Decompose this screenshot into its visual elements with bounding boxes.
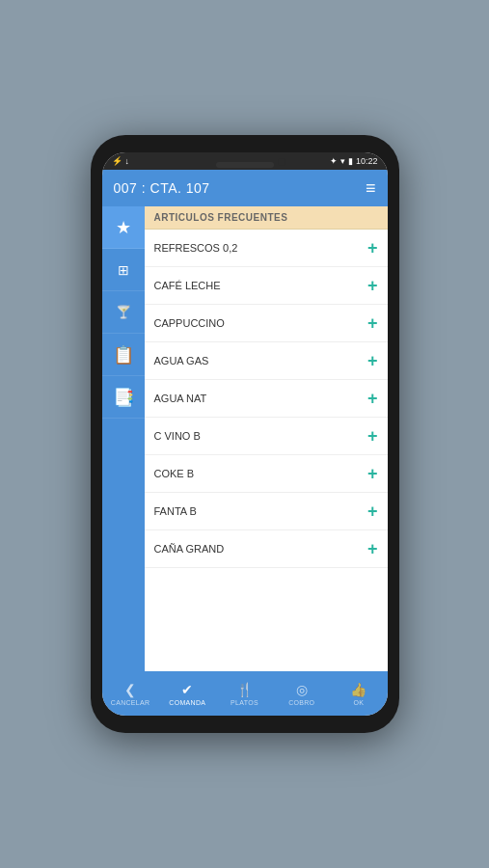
cocktail-icon: 🍸 <box>116 305 131 319</box>
nav-ok-label: OK <box>354 699 365 706</box>
sidebar-item-clipboard[interactable]: 📋 <box>102 334 145 376</box>
list-item: FANTA B + <box>145 493 388 530</box>
orders-icon: 📑 <box>113 387 134 408</box>
status-left-icons: ⚡ ↓ <box>112 156 130 166</box>
list-item: CAÑA GRAND + <box>145 530 388 568</box>
sidebar-item-categories[interactable]: ⊞ <box>102 249 145 291</box>
sidebar-item-favorites[interactable]: ★ <box>102 206 145 249</box>
add-button-cana-grand[interactable]: + <box>367 540 378 557</box>
nav-cancelar-label: CANCELAR <box>111 699 150 706</box>
thumbs-up-icon: 👍 <box>350 682 367 697</box>
nav-platos-label: PLATOS <box>231 699 258 706</box>
list-item: CAPPUCCINO + <box>145 305 388 342</box>
nav-comanda[interactable]: ✔ COMANDA <box>159 671 216 716</box>
list-item: COKE B + <box>145 455 388 493</box>
bluetooth-status-icon: ✦ <box>330 156 338 166</box>
list-item: CAFÉ LECHE + <box>145 267 388 305</box>
wifi-icon: ▾ <box>340 156 345 166</box>
main-content: ★ ⊞ 🍸 📋 📑 ARTICULOS FRECUENTES <box>102 206 388 671</box>
add-button-refrescos[interactable]: + <box>367 239 378 257</box>
bluetooth-icon: ⚡ <box>112 156 122 166</box>
nav-cobro-label: COBRO <box>288 699 314 706</box>
section-header: ARTICULOS FRECUENTES <box>145 206 388 230</box>
add-button-fanta-b[interactable]: + <box>367 502 378 520</box>
coins-icon: ◎ <box>296 682 308 697</box>
item-name-cafe-leche: CAFÉ LECHE <box>154 280 221 291</box>
grid-icon: ⊞ <box>118 262 129 278</box>
add-button-agua-nat[interactable]: + <box>367 390 378 407</box>
screen: ⚡ ↓ ✦ ▾ ▮ 10:22 007 : CTA. 107 ≡ ★ <box>102 152 388 716</box>
add-button-coke-b[interactable]: + <box>367 465 378 482</box>
add-button-cappuccino[interactable]: + <box>367 314 378 332</box>
status-bar: ⚡ ↓ ✦ ▾ ▮ 10:22 <box>102 152 388 170</box>
item-list: ARTICULOS FRECUENTES REFRESCOS 0,2 + CAF… <box>145 206 388 671</box>
list-item: REFRESCOS 0,2 + <box>145 230 388 267</box>
sidebar-item-drinks[interactable]: 🍸 <box>102 291 145 334</box>
clipboard-icon: 📋 <box>113 344 134 366</box>
checkmark-icon: ✔ <box>181 682 193 697</box>
nav-comanda-label: COMANDA <box>169 699 205 706</box>
battery-icon: ▮ <box>348 156 353 166</box>
status-right-icons: ✦ ▾ ▮ 10:22 <box>330 156 378 166</box>
nav-ok[interactable]: 👍 OK <box>330 671 387 716</box>
item-name-agua-nat: AGUA NAT <box>154 393 207 404</box>
nav-cancelar[interactable]: ❮ CANCELAR <box>102 671 159 716</box>
fork-knife-icon: 🍴 <box>236 682 253 697</box>
time-display: 10:22 <box>356 156 378 166</box>
star-icon: ★ <box>116 217 131 238</box>
item-name-coke-b: COKE B <box>154 468 195 479</box>
download-icon: ↓ <box>125 156 130 166</box>
item-name-refrescos: REFRESCOS 0,2 <box>154 242 238 254</box>
item-name-agua-gas: AGUA GAS <box>154 355 209 366</box>
item-name-fanta-b: FANTA B <box>154 505 197 517</box>
nav-platos[interactable]: 🍴 PLATOS <box>216 671 273 716</box>
item-name-cappuccino: CAPPUCCINO <box>154 317 225 329</box>
add-button-cafe-leche[interactable]: + <box>367 277 378 294</box>
add-button-c-vino-b[interactable]: + <box>367 427 378 445</box>
header-title: 007 : CTA. 107 <box>114 180 210 196</box>
sidebar: ★ ⊞ 🍸 📋 📑 <box>102 206 145 671</box>
nav-cobro[interactable]: ◎ COBRO <box>273 671 330 716</box>
menu-button[interactable]: ≡ <box>366 178 376 199</box>
item-name-c-vino-b: C VINO B <box>154 430 201 442</box>
app-header: 007 : CTA. 107 ≡ <box>102 170 388 206</box>
bottom-nav: ❮ CANCELAR ✔ COMANDA 🍴 PLATOS ◎ COBRO 👍 … <box>102 671 388 716</box>
chevron-left-icon: ❮ <box>124 682 136 697</box>
list-item: C VINO B + <box>145 418 388 455</box>
list-item: AGUA GAS + <box>145 342 388 380</box>
item-name-cana-grand: CAÑA GRAND <box>154 543 225 555</box>
list-item: AGUA NAT + <box>145 380 388 418</box>
add-button-agua-gas[interactable]: + <box>367 352 378 369</box>
phone-shell: ⚡ ↓ ✦ ▾ ▮ 10:22 007 : CTA. 107 ≡ ★ <box>91 135 399 733</box>
sidebar-item-orders[interactable]: 📑 <box>102 376 145 419</box>
